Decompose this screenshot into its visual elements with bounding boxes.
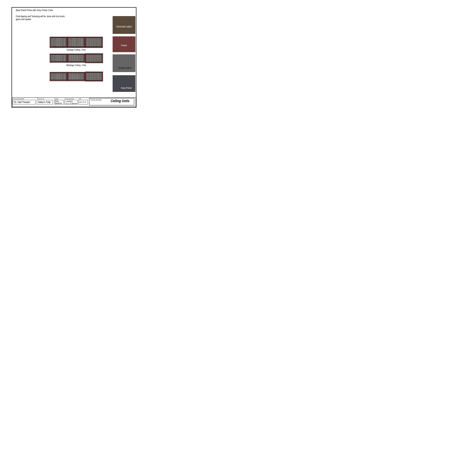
note-final-ageing-line2: glaze and spatter	[16, 18, 31, 21]
ceiling-unit-panel	[85, 37, 103, 48]
panel-middle	[68, 73, 85, 80]
frame-stile-right	[102, 38, 103, 47]
drawing-information-label-text: Drawing Information	[65, 98, 74, 100]
ceiling-unit-panel	[50, 54, 68, 63]
lattice-field	[86, 73, 102, 80]
frame-rail-bottom	[68, 61, 85, 62]
swatch-vertical-lattice-label: Vertical Lattice	[113, 67, 135, 69]
ceiling-unit-panel	[50, 37, 68, 48]
frame-rail-top	[85, 72, 103, 73]
note-final-ageing: Final Ageing and Texturing will be done …	[16, 15, 74, 21]
page-border: Base Paint/ Prime with Grey Primer Color…	[11, 7, 136, 108]
frame-stile-right	[102, 54, 103, 62]
frame-rail-top	[68, 37, 85, 38]
sheet-title: Ceiling Units	[109, 99, 131, 103]
swatch-vertical-lattice: Vertical Lattice	[113, 54, 135, 72]
ceiling-unit-panel	[68, 54, 85, 63]
frame-rail-bottom	[50, 61, 67, 62]
drawn-by-row: Drawn By: B. Bjorklund	[65, 103, 77, 104]
designer-label: Designer	[54, 98, 59, 100]
frame-stile-right	[66, 38, 67, 47]
note-base-paint-text: Base Paint/ Prime with Grey Primer Color	[16, 9, 53, 12]
producing-organization-label-text: Producing Organization	[13, 98, 24, 100]
frame-rail-bottom	[50, 80, 67, 81]
swatch-frame-text: Frame	[121, 44, 127, 47]
panel-middle	[50, 38, 67, 47]
ceiling-unit-panel	[85, 72, 103, 81]
producing-organization-value: St. Olaf Theater	[14, 101, 30, 104]
date-label: Date	[65, 101, 67, 102]
frame-rail-bottom	[50, 47, 67, 48]
drawn-by-label: Drawn By:	[65, 103, 69, 104]
frame-stile-right	[102, 73, 103, 80]
drafting-sheet: Base Paint/ Prime with Grey Primer Color…	[0, 0, 146, 114]
producing-organization-field: St. Olaf Theater	[13, 100, 36, 104]
lattice-field	[51, 38, 66, 47]
production-title-field: Talley's Folly	[37, 100, 53, 104]
frame-stile-left	[85, 73, 86, 80]
ceiling-unit-row-upstage	[50, 37, 103, 48]
frame-stile-left	[68, 55, 69, 61]
panel-middle	[50, 73, 67, 80]
label-midstage-text: Midstage Ceiling Units	[66, 64, 86, 67]
panel-middle	[85, 38, 103, 47]
frame-stile-right	[84, 38, 85, 47]
frame-stile-left	[68, 38, 69, 47]
frame-stile-right	[84, 55, 85, 61]
scale-value: 1/4"=1'-0"	[79, 101, 86, 103]
swatch-frame-label: Frame	[113, 44, 135, 47]
lattice-field	[69, 38, 84, 47]
frame-rail-bottom	[85, 80, 103, 81]
frame-stile-right	[66, 55, 67, 61]
frame-stile-left	[50, 55, 51, 61]
designer-field: Brian Bjorklund	[54, 100, 64, 104]
drawn-by-value: B. Bjorklund	[70, 103, 77, 104]
designer-label-text: Designer	[54, 98, 59, 100]
scale-label-text: Scale	[78, 98, 81, 100]
production-title-label: Production Title	[37, 98, 45, 100]
swatch-frame: Frame	[113, 36, 135, 52]
date-row: Date 8/26/15	[65, 101, 77, 103]
frame-stile-left	[50, 38, 51, 47]
panel-middle	[50, 55, 67, 61]
panel-middle	[68, 55, 85, 61]
swatch-grey-primer: Grey Primer	[113, 75, 135, 92]
ceiling-unit-row-midstage	[50, 54, 103, 63]
date-value: 8/26/15	[67, 101, 73, 103]
frame-stile-right	[84, 73, 85, 80]
lattice-field	[69, 73, 84, 80]
scale-label: Scale	[78, 98, 82, 100]
sheet-title-box: Painters Elevation Ceiling Units	[89, 98, 134, 105]
title-block: Producing Organization Production Title …	[12, 97, 136, 107]
swatch-horizontal-lattice-label: Horizontal Lattice	[113, 25, 135, 28]
frame-stile-left	[68, 73, 69, 80]
lattice-field	[86, 54, 102, 62]
lattice-field	[69, 55, 84, 61]
frame-rail-bottom	[85, 47, 103, 48]
production-title-label-text: Production Title	[37, 98, 44, 100]
lattice-field	[86, 38, 102, 47]
frame-stile-left	[50, 73, 51, 80]
panel-middle	[85, 54, 103, 62]
ceiling-unit-panel	[68, 72, 85, 81]
swatch-grey-primer-label: Grey Primer	[113, 87, 135, 89]
frame-rail-top	[50, 72, 67, 73]
frame-rail-top	[85, 37, 103, 38]
producing-organization-label: Producing Organization	[13, 98, 26, 100]
sheet-type: Painters Elevation	[91, 99, 103, 101]
page-content: Base Paint/ Prime with Grey Primer Color…	[12, 8, 136, 107]
frame-stile-right	[66, 73, 67, 80]
panel-middle	[68, 38, 85, 47]
drawing-information-field: Date 8/26/15 Drawn By: B. Bjorklund	[64, 100, 77, 104]
designer-value-line1: Brian	[55, 100, 59, 102]
frame-rail-top	[50, 37, 67, 38]
swatch-horizontal-lattice: Horizontal Lattice	[113, 16, 135, 34]
swatch-vertical-lattice-text: Vertical Lattice	[118, 67, 131, 69]
label-upstage-ceiling-units: Upstage Ceiling Units	[50, 49, 103, 51]
lattice-field	[51, 73, 66, 80]
frame-rail-top	[85, 53, 103, 54]
note-final-ageing-line1: Final Ageing and Texturing will be done …	[16, 15, 65, 18]
label-midstage-ceiling-units: Midstage Ceiling Units	[50, 64, 103, 67]
frame-rail-top	[68, 72, 85, 73]
frame-rail-bottom	[68, 47, 85, 48]
